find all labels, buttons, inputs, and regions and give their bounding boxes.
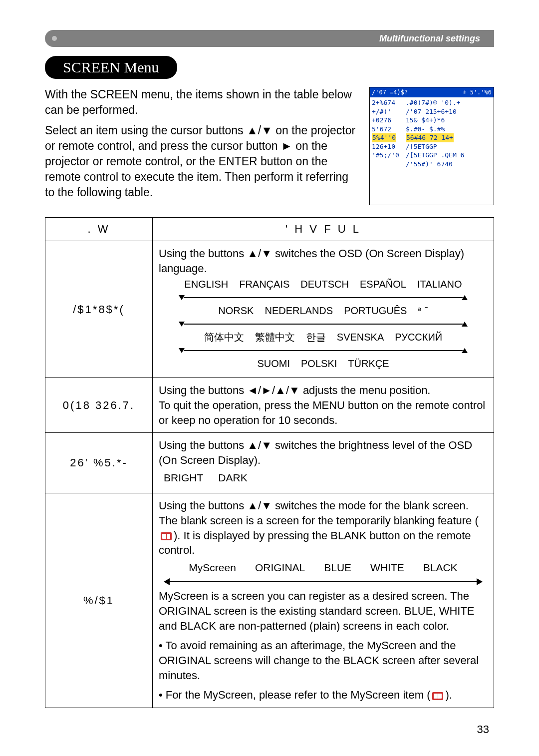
lang-opt: 한글 bbox=[306, 331, 326, 344]
intro-block: With the SCREEN menu, the items shown in… bbox=[45, 87, 494, 205]
osd-cell-highlight: 5%4''0 bbox=[372, 133, 396, 142]
blank-p1: Using the buttons ▲/▼ switches the mode … bbox=[159, 498, 488, 558]
opt: BLACK bbox=[423, 561, 458, 575]
opt: DARK bbox=[218, 471, 247, 485]
desc-osd-bright: Using the buttons ▲/▼ switches the brigh… bbox=[153, 433, 494, 493]
cycle-arrow-icon bbox=[179, 293, 468, 302]
language-row-1: ENGLISH FRANÇAIS DEUTSCH ESPAÑOL ITALIAN… bbox=[159, 278, 488, 291]
osdbright-lead: Using the buttons ▲/▼ switches the brigh… bbox=[159, 438, 488, 467]
lang-opt: NEDERLANDS bbox=[265, 304, 333, 318]
table-row: 26' %5.*- Using the buttons ▲/▼ switches… bbox=[45, 433, 494, 493]
lang-opt: 繁體中文 bbox=[255, 331, 295, 344]
settings-table: . W ' H V F U L /$1*8$*( Using the butto… bbox=[45, 217, 494, 708]
osd-title-bar: /'07 =4)$? ☼ 5'.'%6 bbox=[370, 87, 494, 97]
opt: WHITE bbox=[370, 561, 404, 575]
lang-opt: FRANÇAIS bbox=[239, 278, 289, 291]
page-number: 33 bbox=[477, 723, 489, 736]
table-row: %/$1 Using the buttons ▲/▼ switches the … bbox=[45, 493, 494, 708]
language-row-3: 简体中文 繁體中文 한글 SVENSKA РУССКИЙ bbox=[159, 331, 488, 344]
opt: BLUE bbox=[324, 561, 351, 575]
col-header-desc: ' H V F U L bbox=[153, 218, 494, 241]
intro-paragraph-2: Select an item using the cursor buttons … bbox=[45, 123, 359, 200]
lang-opt: POLSKI bbox=[301, 357, 337, 371]
osd-title-right: ☼ 5'.'%6 bbox=[463, 88, 492, 96]
lang-opt: PORTUGUÊS bbox=[344, 304, 407, 318]
lang-opt: РУССКИЙ bbox=[395, 331, 442, 344]
desc-menu-position: Using the buttons ◄/►/▲/▼ adjusts the me… bbox=[153, 378, 494, 433]
osd-cell: 15& $4+)*6 bbox=[406, 116, 492, 125]
desc-language: Using the buttons ▲/▼ switches the OSD (… bbox=[153, 241, 494, 378]
language-row-4: SUOMI POLSKI TÜRKÇE bbox=[159, 357, 488, 371]
osd-cell: $.#0- $.#% bbox=[406, 125, 492, 134]
osd-cell: '#5;/'0 bbox=[372, 151, 406, 160]
language-lead: Using the buttons ▲/▼ switches the OSD (… bbox=[159, 246, 488, 276]
item-language: /$1*8$*( bbox=[45, 241, 153, 378]
osd-body: 2+%674 +/#)' +0276 5'672 5%4''0 126+10 '… bbox=[370, 97, 494, 169]
lang-opt: SUOMI bbox=[257, 357, 290, 371]
opt: BRIGHT bbox=[164, 471, 203, 485]
lang-opt: 简体中文 bbox=[204, 331, 244, 344]
osd-cell: 5'672 bbox=[372, 125, 406, 134]
osd-cell: /[5ETGGP bbox=[406, 142, 492, 151]
section-name: Multifunctional settings bbox=[379, 33, 480, 44]
osd-col-left: 2+%674 +/#)' +0276 5'672 5%4''0 126+10 '… bbox=[372, 98, 406, 168]
lang-opt: ENGLISH bbox=[184, 278, 228, 291]
item-menu-position: 0(18 326.7. bbox=[45, 378, 153, 433]
intro-paragraph-1: With the SCREEN menu, the items shown in… bbox=[45, 87, 359, 118]
item-osd-bright: 26' %5.*- bbox=[45, 433, 153, 493]
intro-text: With the SCREEN menu, the items shown in… bbox=[45, 87, 359, 205]
cycle-arrow-icon bbox=[179, 320, 468, 329]
blank-p3: • To avoid remaining as an afterimage, t… bbox=[159, 638, 488, 683]
opt: MyScreen bbox=[189, 561, 236, 575]
osd-cell: /'55#)' 6740 bbox=[406, 160, 492, 169]
lang-opt: ᵃ ˉ bbox=[418, 304, 428, 318]
language-row-2: NORSK NEDERLANDS PORTUGUÊS ᵃ ˉ bbox=[159, 304, 488, 318]
col-header-item: . W bbox=[45, 218, 153, 241]
table-row: 0(18 326.7. Using the buttons ◄/►/▲/▼ ad… bbox=[45, 378, 494, 433]
manual-ref-icon bbox=[432, 692, 443, 700]
table-header-row: . W ' H V F U L bbox=[45, 218, 494, 241]
osd-col-right: .#0)7#)☺ '0).+ /'07 215+6+10 15& $4+)*6 … bbox=[406, 98, 492, 168]
table-row: /$1*8$*( Using the buttons ▲/▼ switches … bbox=[45, 241, 494, 378]
lang-opt: NORSK bbox=[218, 304, 254, 318]
lang-opt: ESPAÑOL bbox=[360, 278, 406, 291]
osd-cell-highlight: 56#46 72 14+ bbox=[406, 133, 454, 142]
section-header-bar: Multifunctional settings bbox=[45, 30, 494, 47]
lang-opt: TÜRKÇE bbox=[348, 357, 389, 371]
opt: ORIGINAL bbox=[255, 561, 305, 575]
blank-p2: MyScreen is a screen you can register as… bbox=[159, 589, 488, 633]
lang-opt: SVENSKA bbox=[337, 331, 384, 344]
page-title: SCREEN Menu bbox=[45, 56, 177, 79]
item-blank: %/$1 bbox=[45, 493, 153, 708]
desc-blank: Using the buttons ▲/▼ switches the mode … bbox=[153, 493, 494, 708]
osd-preview: /'07 =4)$? ☼ 5'.'%6 2+%674 +/#)' +0276 5… bbox=[369, 87, 494, 205]
osd-cell: .#0)7#)☺ '0).+ bbox=[406, 98, 492, 107]
osd-cell: /[5ETGGP .QEM 6 bbox=[406, 151, 492, 160]
osd-cell: /'07 215+6+10 bbox=[406, 107, 492, 116]
blank-p4: • For the MyScreen, please refer to the … bbox=[159, 688, 488, 703]
osdbright-options: BRIGHT DARK bbox=[164, 471, 488, 485]
osd-cell: 2+%674 bbox=[372, 98, 406, 107]
osd-title-left: /'07 =4)$? bbox=[372, 88, 408, 96]
lang-opt: ITALIANO bbox=[417, 278, 462, 291]
osd-cell: 126+10 bbox=[372, 142, 406, 151]
osd-cell: +0276 bbox=[372, 116, 406, 125]
blank-options: MyScreen ORIGINAL BLUE WHITE BLACK bbox=[159, 561, 488, 575]
header-dot-icon bbox=[52, 36, 57, 41]
manual-ref-icon bbox=[161, 532, 172, 540]
osd-cell: +/#)' bbox=[372, 107, 406, 116]
cycle-arrow-icon bbox=[179, 346, 468, 355]
lang-opt: DEUTSCH bbox=[300, 278, 349, 291]
cycle-arrow-icon bbox=[164, 578, 483, 586]
